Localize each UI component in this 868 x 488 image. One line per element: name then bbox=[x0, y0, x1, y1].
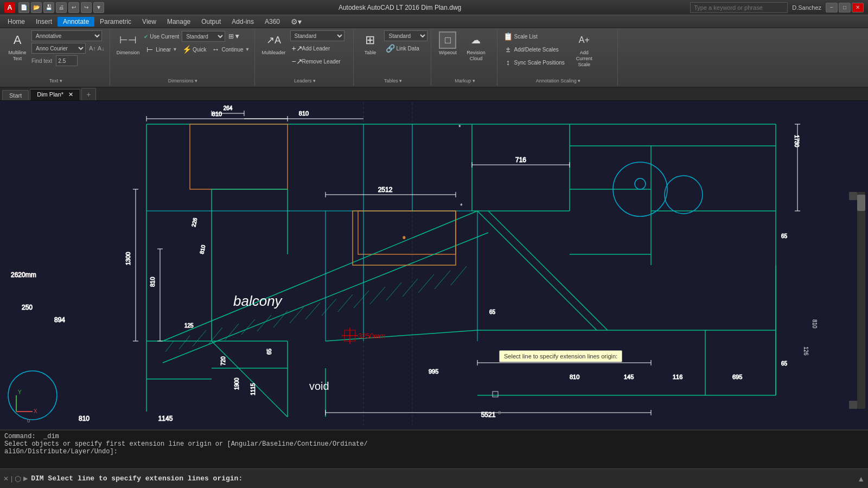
menu-insert[interactable]: Insert bbox=[30, 17, 58, 27]
dim-style-dropdown[interactable]: Standard bbox=[182, 31, 225, 42]
svg-text:X: X bbox=[34, 408, 37, 414]
user-label: D.Sanchez bbox=[792, 4, 821, 11]
redo-button[interactable]: ↪ bbox=[81, 2, 92, 13]
linear-row: ⊢ Linear ▼ ⚡ Quick ↔ Continue ▼ bbox=[144, 43, 251, 55]
ribbon-group-tables: ⊞ Table Standard 🔗 Link Data Tables ▾ bbox=[355, 29, 431, 86]
ribbon-group-annotation-scaling: 📋 Scale List ± Add/Delete Scales ↕ Sync … bbox=[499, 29, 618, 86]
link-data-button[interactable]: 🔗 Link Data bbox=[384, 42, 427, 54]
svg-text:995: 995 bbox=[429, 368, 438, 375]
menu-settings[interactable]: ⚙▾ bbox=[285, 16, 307, 27]
quick-button[interactable]: ⚡ Quick bbox=[181, 43, 208, 55]
maximize-button[interactable]: □ bbox=[839, 3, 851, 12]
remove-leader-icon: −↗ bbox=[292, 57, 301, 66]
save-button[interactable]: 💾 bbox=[43, 2, 54, 13]
svg-text:116: 116 bbox=[673, 374, 682, 380]
svg-text:balcony: balcony bbox=[233, 293, 283, 309]
text-icon1: A↑ bbox=[89, 45, 96, 52]
cmd-icon: ⬡ bbox=[15, 474, 21, 483]
text-icon2: A↓ bbox=[98, 45, 105, 52]
revision-cloud-button[interactable]: ☁ Revision Cloud bbox=[464, 30, 488, 63]
menu-addins[interactable]: Add-ins bbox=[226, 17, 259, 27]
table-button[interactable]: ⊞ Table bbox=[358, 30, 382, 57]
multileader-label: Multileader bbox=[261, 50, 285, 56]
svg-text:5521: 5521 bbox=[481, 411, 496, 419]
add-leader-button[interactable]: +↗ Add Leader bbox=[290, 42, 344, 54]
linear-dropdown-icon[interactable]: ▼ bbox=[173, 47, 177, 52]
table-style-dropdown[interactable]: Standard bbox=[384, 30, 427, 41]
remove-leader-button[interactable]: −↗ Remove Leader bbox=[290, 55, 344, 67]
revision-cloud-label: Revision Cloud bbox=[467, 50, 486, 62]
dimensions-group-label[interactable]: Dimensions ▾ bbox=[114, 77, 252, 85]
use-current-row: ✔ Use Current Standard ⊞▼ bbox=[144, 30, 251, 42]
print-button[interactable]: 🖨 bbox=[56, 2, 67, 13]
font-row: Anno Courier A↑ A↓ bbox=[31, 42, 106, 54]
leader-style-dropdown[interactable]: Standard bbox=[290, 30, 344, 41]
menu-annotate[interactable]: Annotate bbox=[58, 17, 94, 27]
ribbon-content: A Multiline Text Annotative Anno Courier… bbox=[0, 28, 868, 87]
cmd-close-button[interactable]: ✕ bbox=[3, 475, 9, 483]
new-button[interactable]: 📄 bbox=[18, 2, 29, 13]
linear-button[interactable]: ⊢ Linear ▼ bbox=[144, 43, 179, 55]
annotation-scaling-group-label[interactable]: Annotation Scaling ▾ bbox=[502, 77, 614, 85]
add-delete-scales-button[interactable]: ± Add/Delete Scales bbox=[502, 43, 566, 55]
menu-home[interactable]: Home bbox=[2, 17, 30, 27]
minimize-button[interactable]: − bbox=[826, 3, 838, 12]
markup-group-label[interactable]: Markup ▾ bbox=[436, 77, 494, 85]
svg-text:810: 810 bbox=[212, 111, 222, 117]
menu-output[interactable]: Output bbox=[196, 17, 226, 27]
command-input-field[interactable] bbox=[31, 474, 855, 483]
svg-text:Y: Y bbox=[18, 389, 22, 395]
close-button[interactable]: ✕ bbox=[852, 3, 864, 12]
command-output: Command: _dim Select objects or specify … bbox=[0, 431, 868, 468]
command-input-row[interactable]: ✕ | ⬡ ▶ ▲ bbox=[0, 468, 868, 488]
scale-list-icon: 📋 bbox=[503, 32, 512, 41]
text-group-label[interactable]: Text ▾ bbox=[5, 77, 106, 85]
multiline-text-icon: A bbox=[9, 31, 26, 49]
menu-a360[interactable]: A360 bbox=[259, 17, 285, 27]
command-area: Command: _dim Select objects or specify … bbox=[0, 429, 868, 488]
menu-parametric[interactable]: Parametric bbox=[94, 17, 137, 27]
multileader-icon: ↗A bbox=[265, 31, 282, 49]
svg-text:2620mm: 2620mm bbox=[11, 271, 36, 279]
workspace-button[interactable]: ▼ bbox=[93, 2, 104, 13]
drawing-svg: * 810 264 810 2512 716 1730 bbox=[0, 101, 868, 429]
continue-button[interactable]: ↔ Continue ▼ bbox=[210, 43, 252, 55]
sync-scale-button[interactable]: ↕ Sync Scale Positions bbox=[502, 56, 566, 68]
svg-text:125: 125 bbox=[184, 323, 194, 329]
scale-list-button[interactable]: 📋 Scale List bbox=[502, 30, 566, 42]
menu-bar: Home Insert Annotate Parametric View Man… bbox=[0, 15, 868, 28]
svg-text:695: 695 bbox=[732, 374, 742, 380]
add-current-scale-button[interactable]: A+ Add Current Scale bbox=[569, 30, 600, 68]
tables-group-label[interactable]: Tables ▾ bbox=[358, 77, 427, 85]
wipeout-button[interactable]: □ Wipeout bbox=[436, 30, 459, 57]
dim-style-btn[interactable]: ⊞▼ bbox=[227, 30, 242, 42]
continue-dropdown-icon[interactable]: ▼ bbox=[245, 47, 250, 52]
leaders-group-label[interactable]: Leaders ▾ bbox=[259, 77, 350, 85]
menu-view[interactable]: View bbox=[137, 17, 162, 27]
svg-text:*: * bbox=[458, 124, 461, 131]
dimension-button[interactable]: ⊢⊣ Dimension bbox=[114, 30, 142, 57]
ribbon-group-markup: □ Wipeout ☁ Revision Cloud Markup ▾ bbox=[432, 29, 497, 86]
svg-text:810: 810 bbox=[79, 415, 90, 422]
search-input[interactable] bbox=[690, 2, 788, 13]
text-style-dropdown[interactable]: Annotative bbox=[31, 30, 102, 41]
menu-manage[interactable]: Manage bbox=[162, 17, 196, 27]
quick-label: Quick bbox=[193, 47, 207, 53]
multiline-text-button[interactable]: A Multiline Text bbox=[5, 30, 29, 63]
svg-text:1145: 1145 bbox=[158, 415, 173, 422]
svg-text:1900: 1900 bbox=[234, 377, 240, 390]
open-button[interactable]: 📂 bbox=[31, 2, 42, 13]
continue-label: Continue bbox=[222, 47, 244, 53]
svg-text:894: 894 bbox=[54, 316, 65, 324]
text-icons-row: A↑ A↓ bbox=[87, 42, 106, 54]
tab-start[interactable]: Start bbox=[2, 90, 29, 100]
svg-text:1115: 1115 bbox=[250, 383, 256, 395]
drawing-canvas[interactable]: * 810 264 810 2512 716 1730 bbox=[0, 101, 868, 429]
expand-button[interactable]: ▲ bbox=[857, 474, 865, 483]
add-tab-button[interactable]: + bbox=[81, 88, 95, 100]
undo-button[interactable]: ↩ bbox=[68, 2, 79, 13]
multileader-button[interactable]: ↗A Multileader bbox=[259, 30, 288, 57]
font-dropdown[interactable]: Anno Courier bbox=[31, 43, 86, 54]
tab-dim-plan[interactable]: Dim Plan* ✕ bbox=[30, 89, 80, 100]
text-size-input[interactable] bbox=[56, 55, 78, 66]
